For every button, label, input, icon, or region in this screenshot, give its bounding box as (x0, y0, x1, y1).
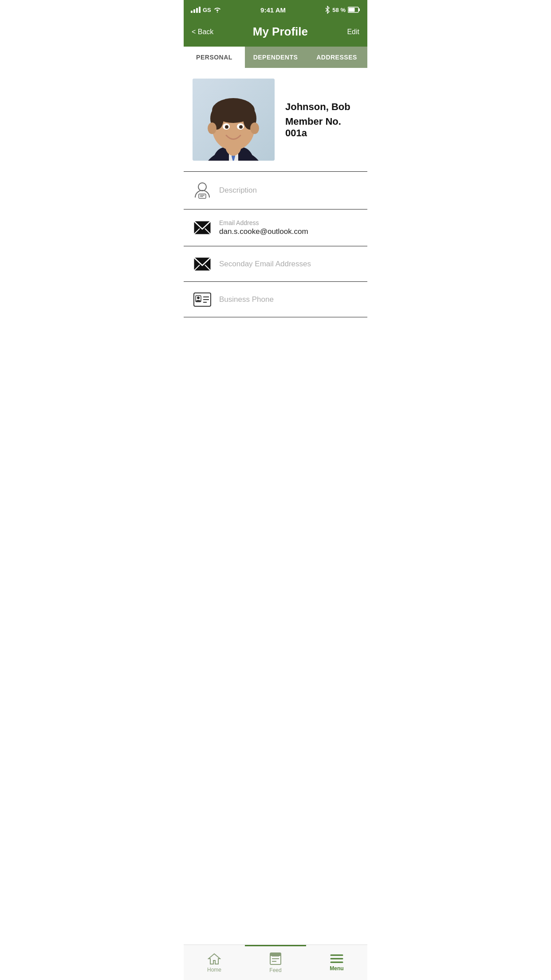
secondary-email-row[interactable]: Seconday Email Addresses (184, 246, 367, 282)
signal-icon (191, 7, 201, 13)
list-section: Description Email Address dan.s.cooke@ou… (184, 172, 367, 317)
business-phone-row[interactable]: Business Phone (184, 282, 367, 317)
wifi-icon (213, 7, 221, 13)
business-phone-content: Business Phone (219, 295, 358, 304)
id-card-icon (193, 292, 212, 307)
page-title: My Profile (253, 25, 308, 39)
header: < Back My Profile Edit (184, 20, 367, 47)
tab-dependents[interactable]: DEPENDENTS (245, 47, 306, 68)
svg-rect-4 (349, 8, 355, 12)
back-button[interactable]: < Back (192, 28, 213, 36)
description-placeholder: Description (219, 186, 358, 195)
edit-button[interactable]: Edit (347, 28, 359, 36)
svg-point-36 (197, 296, 200, 299)
status-left: GS (191, 7, 221, 13)
svg-rect-3 (358, 8, 360, 11)
email-row[interactable]: Email Address dan.s.cooke@outlook.com (184, 209, 367, 246)
description-row[interactable]: Description (184, 172, 367, 209)
battery-label: 58 % (332, 7, 346, 13)
profile-section: Johnson, Bob Member No. 001a (184, 68, 367, 172)
description-content: Description (219, 186, 358, 195)
email-content: Email Address dan.s.cooke@outlook.com (219, 219, 358, 236)
email-value: dan.s.cooke@outlook.com (219, 227, 358, 236)
person-icon (193, 182, 212, 199)
email-label: Email Address (219, 219, 358, 226)
svg-point-17 (215, 100, 252, 118)
status-right: 58 % (325, 6, 360, 14)
secondary-email-content: Seconday Email Addresses (219, 260, 358, 269)
email-icon (193, 221, 212, 234)
secondary-email-icon (193, 257, 212, 271)
tab-bar: PERSONAL DEPENDENTS ADDRESSES (184, 47, 367, 68)
business-phone-placeholder: Business Phone (219, 295, 358, 304)
carrier-label: GS (203, 7, 211, 13)
svg-rect-25 (199, 194, 206, 198)
avatar-image (193, 79, 275, 161)
battery-icon (348, 7, 360, 13)
content-area: Johnson, Bob Member No. 001a Description (184, 68, 367, 353)
svg-point-24 (198, 183, 206, 191)
svg-point-22 (208, 122, 216, 134)
bluetooth-icon (325, 6, 330, 14)
status-time: 9:41 AM (260, 6, 286, 14)
profile-member-no: Member No. 001a (285, 116, 358, 139)
profile-info: Johnson, Bob Member No. 001a (285, 100, 358, 139)
status-bar: GS 9:41 AM 58 % (184, 0, 367, 20)
tab-personal[interactable]: PERSONAL (184, 47, 245, 68)
avatar[interactable] (193, 79, 275, 161)
secondary-email-placeholder: Seconday Email Addresses (219, 260, 358, 269)
tab-addresses[interactable]: ADDRESSES (306, 47, 367, 68)
profile-name: Johnson, Bob (285, 100, 358, 114)
svg-point-20 (225, 125, 228, 129)
svg-point-23 (250, 122, 259, 134)
svg-point-21 (239, 125, 243, 129)
